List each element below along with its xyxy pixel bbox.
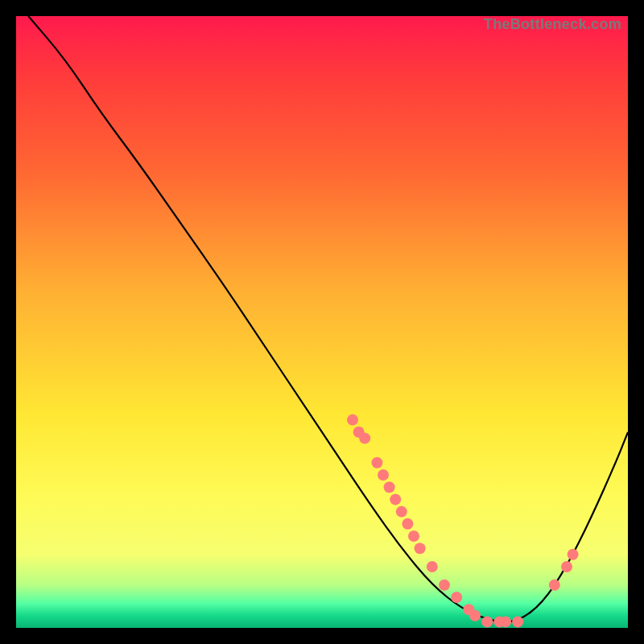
data-point <box>568 549 579 560</box>
data-point <box>347 415 358 426</box>
data-point <box>371 457 382 469</box>
data-point <box>469 610 481 621</box>
chart-container: TheBottleneck.com <box>0 0 644 644</box>
data-point <box>451 592 462 603</box>
data-point <box>384 481 395 493</box>
data-point <box>390 493 401 505</box>
plot-svg <box>16 16 628 628</box>
data-point <box>408 530 419 542</box>
data-point <box>359 432 370 444</box>
data-point <box>549 580 560 591</box>
data-point <box>427 561 438 572</box>
data-point <box>378 469 389 481</box>
data-point <box>481 616 493 627</box>
data-point <box>439 580 450 591</box>
bottleneck-curve <box>28 16 628 621</box>
data-point <box>402 518 413 530</box>
data-point <box>512 616 523 627</box>
data-point <box>396 506 407 518</box>
plot-area: TheBottleneck.com <box>16 16 628 628</box>
data-point <box>561 561 572 572</box>
data-point <box>415 543 426 554</box>
data-point <box>500 616 511 627</box>
